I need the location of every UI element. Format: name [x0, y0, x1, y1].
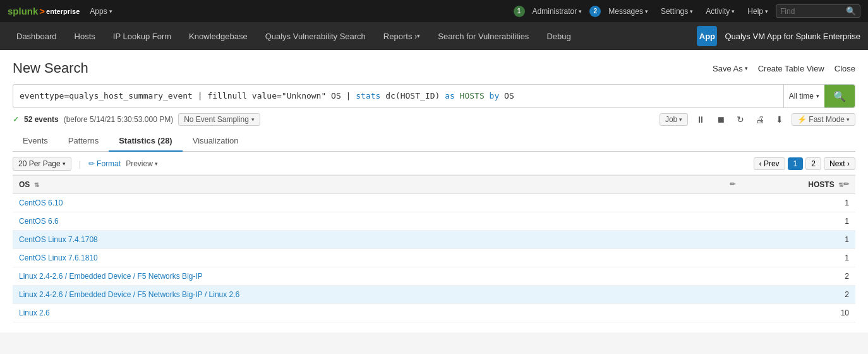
splunk-name: splunk: [8, 6, 38, 16]
help-menu[interactable]: Help ▾: [742, 0, 773, 22]
admin-label: Administrator: [533, 7, 577, 16]
table-row: CentOS Linux 7.6.18101: [13, 249, 855, 267]
os-cell[interactable]: Linux 2.4-2.6 / Embedded Device / F5 Net…: [13, 267, 742, 286]
job-chevron-icon: ▾: [679, 116, 682, 123]
admin-menu[interactable]: Administrator ▾: [527, 0, 588, 22]
col-hosts-label: HOSTS: [808, 180, 834, 189]
prev-page-button[interactable]: ‹ Prev: [754, 157, 785, 170]
tab-events[interactable]: Events: [13, 131, 58, 152]
next-page-button[interactable]: Next ›: [824, 157, 855, 170]
os-sort-icon[interactable]: ⇅: [34, 181, 39, 188]
apps-menu[interactable]: Apps ▾: [85, 0, 117, 22]
tab-statistics[interactable]: Statistics (28): [109, 131, 183, 152]
per-page-button[interactable]: 20 Per Page ▾: [13, 157, 71, 171]
search-button[interactable]: 🔍: [824, 85, 855, 107]
nav-ip-lookup[interactable]: IP Lookup Form: [104, 22, 180, 50]
hosts-edit-icon[interactable]: ✏: [843, 180, 849, 188]
close-button[interactable]: Close: [835, 64, 855, 73]
fast-mode-chevron-icon: ▾: [847, 116, 850, 123]
save-as-button[interactable]: Save As ▾: [713, 64, 748, 73]
stop-icon: ⏹: [716, 114, 725, 125]
nav-qualys-vuln[interactable]: Qualys Vulnerability Search: [256, 22, 375, 50]
col-os-header[interactable]: OS ⇅ ✏: [13, 176, 742, 194]
nav-dashboard-label: Dashboard: [16, 32, 57, 41]
redo-button[interactable]: ↻: [733, 113, 747, 126]
os-link[interactable]: CentOS 6.10: [19, 198, 63, 207]
query-eventtype: eventtype=qualys_host_summary_event: [20, 91, 193, 101]
pause-button[interactable]: ⏸: [693, 113, 708, 126]
admin-chevron-icon: ▾: [579, 8, 582, 15]
fast-mode-label: Fast Mode: [809, 115, 845, 124]
os-cell[interactable]: CentOS Linux 7.6.1810: [13, 249, 742, 267]
os-link[interactable]: CentOS 6.6: [19, 217, 59, 226]
format-button[interactable]: ✏ Format: [88, 159, 121, 168]
date-info: (before 5/14/21 5:30:53.000 PM): [64, 115, 173, 124]
stop-button[interactable]: ⏹: [713, 113, 728, 126]
col-hosts-header[interactable]: HOSTS ⇅ ✏: [742, 176, 855, 194]
events-count: 52 events: [24, 115, 59, 124]
redo-icon: ↻: [737, 114, 744, 125]
query-os-var: OS: [504, 91, 514, 101]
fast-mode-button[interactable]: ⚡ Fast Mode ▾: [792, 113, 855, 126]
nav-reports[interactable]: Reports › ▾: [375, 22, 429, 50]
create-table-view-button[interactable]: Create Table View: [758, 64, 824, 73]
nav-search-vuln-label: Search for Vulnerabilities: [438, 32, 529, 41]
lightning-icon: ⚡: [797, 115, 807, 124]
messages-menu[interactable]: Messages ▾: [603, 0, 653, 22]
os-link[interactable]: Linux 2.6: [19, 308, 50, 317]
os-link[interactable]: CentOS Linux 7.6.1810: [19, 253, 98, 262]
search-input-display[interactable]: eventtype=qualys_host_summary_event | fi…: [13, 85, 783, 107]
activity-menu[interactable]: Activity ▾: [701, 0, 740, 22]
nav-knowledgebase[interactable]: Knowledgebase: [180, 22, 256, 50]
hosts-cell: 1: [742, 231, 855, 249]
find-box[interactable]: 🔍: [776, 4, 860, 18]
os-cell[interactable]: CentOS Linux 7.4.1708: [13, 231, 742, 249]
download-button[interactable]: ⬇: [773, 113, 787, 126]
os-cell[interactable]: CentOS 6.6: [13, 212, 742, 231]
save-as-label: Save As: [713, 64, 743, 73]
hosts-sort-icon[interactable]: ⇅: [838, 181, 843, 188]
tab-visualization[interactable]: Visualization: [183, 131, 249, 152]
sampling-button[interactable]: No Event Sampling ▾: [178, 113, 260, 126]
nav-search-vuln[interactable]: Search for Vulnerabilities: [429, 22, 538, 50]
preview-button[interactable]: Preview ▾: [126, 159, 158, 168]
prev-label: ‹ Prev: [759, 159, 780, 168]
os-cell[interactable]: Linux 2.4-2.6 / Embedded Device / F5 Net…: [13, 286, 742, 304]
print-button[interactable]: 🖨: [752, 113, 768, 126]
pipe-separator: |: [79, 159, 81, 169]
table-header-row: OS ⇅ ✏ HOSTS ⇅ ✏: [13, 176, 855, 194]
job-label: Job: [665, 115, 677, 124]
nav-knowledgebase-label: Knowledgebase: [189, 32, 248, 41]
nav-debug[interactable]: Debug: [538, 22, 579, 50]
os-cell[interactable]: Linux 2.6: [13, 304, 742, 322]
time-picker[interactable]: All time ▾: [783, 85, 824, 107]
settings-menu[interactable]: Settings ▾: [656, 0, 698, 22]
download-icon: ⬇: [776, 114, 783, 125]
query-dc: dc(HOST_ID): [385, 91, 445, 101]
splunk-gt: >: [39, 6, 45, 16]
table-row: CentOS Linux 7.4.17081: [13, 231, 855, 249]
events-bar: ✓ 52 events (before 5/14/21 5:30:53.000 …: [13, 113, 855, 126]
page-title: New Search: [13, 60, 88, 76]
top-right-actions: 1 Administrator ▾ 2 Messages ▾ Settings …: [514, 0, 860, 22]
find-input[interactable]: [780, 7, 843, 16]
app-badge-label: App: [699, 32, 715, 41]
os-link[interactable]: CentOS Linux 7.4.1708: [19, 235, 98, 244]
os-link[interactable]: Linux 2.4-2.6 / Embedded Device / F5 Net…: [19, 272, 203, 281]
messages-chevron-icon: ▾: [645, 8, 648, 15]
query-as-kw: as: [445, 91, 455, 101]
nav-hosts[interactable]: Hosts: [66, 22, 104, 50]
page-1-button[interactable]: 1: [788, 157, 804, 170]
os-cell[interactable]: CentOS 6.10: [13, 194, 742, 212]
tab-statistics-label: Statistics (28): [119, 136, 172, 145]
format-label: Format: [97, 159, 121, 168]
reports-chevron-icon: ▾: [417, 33, 420, 39]
os-link[interactable]: Linux 2.4-2.6 / Embedded Device / F5 Net…: [19, 290, 239, 299]
per-page-label: 20 Per Page: [18, 159, 61, 168]
job-button[interactable]: Job ▾: [660, 113, 688, 126]
nav-dashboard[interactable]: Dashboard: [8, 22, 66, 50]
apps-label: Apps: [90, 7, 107, 16]
tab-patterns[interactable]: Patterns: [58, 131, 109, 152]
os-edit-icon[interactable]: ✏: [730, 180, 735, 188]
page-2-button[interactable]: 2: [805, 157, 821, 170]
